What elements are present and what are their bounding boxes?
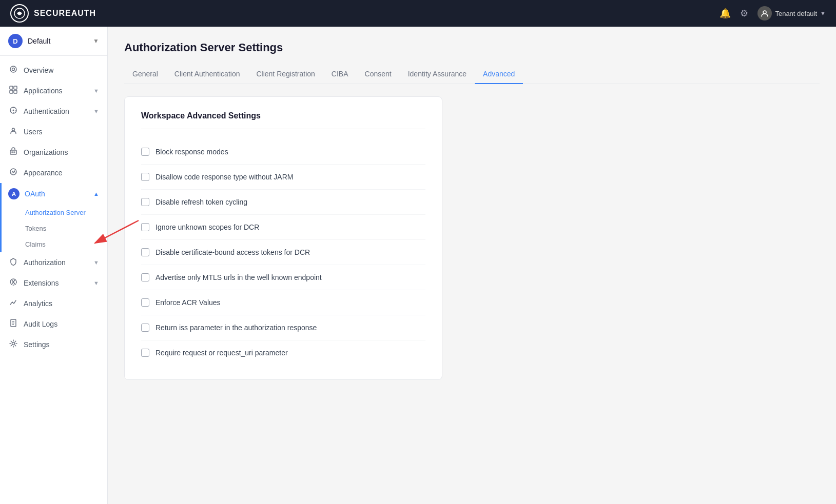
organizations-icon (8, 147, 18, 157)
sidebar-label-audit-logs: Audit Logs (24, 320, 57, 328)
sidebar-label-organizations: Organizations (24, 148, 68, 156)
tenant-selector[interactable]: D Default ▼ (0, 27, 107, 56)
label-disallow-code-response: Disallow code response type without JARM (155, 173, 293, 181)
tab-general[interactable]: General (124, 65, 166, 84)
sidebar-item-appearance[interactable]: Appearance (0, 163, 107, 183)
label-enforce-acr: Enforce ACR Values (155, 298, 221, 307)
topnav-actions: 🔔 ⚙ Tenant default ▼ (720, 6, 826, 21)
checkbox-disable-cert-bound[interactable] (141, 248, 149, 256)
svg-point-3 (12, 68, 15, 71)
applications-icon (8, 86, 18, 96)
label-disable-refresh-token: Disable refresh token cycling (155, 198, 247, 206)
sidebar-nav: Overview Applications ▼ (0, 56, 107, 504)
authorization-icon (8, 257, 18, 268)
svg-rect-15 (10, 150, 16, 154)
checkbox-return-iss[interactable] (141, 324, 149, 332)
setting-disallow-code-response: Disallow code response type without JARM (141, 165, 425, 190)
svg-point-13 (15, 110, 16, 111)
sidebar-item-extensions[interactable]: Extensions ▼ (0, 273, 107, 293)
sidebar-label-appearance: Appearance (24, 169, 63, 177)
sidebar-item-organizations[interactable]: Organizations (0, 142, 107, 163)
svg-rect-6 (10, 90, 13, 93)
nav-item-left-applications: Applications (8, 86, 63, 96)
nav-item-left-settings: Settings (8, 339, 50, 350)
label-require-request: Require request or request_uri parameter (155, 349, 288, 357)
sidebar-item-analytics[interactable]: Analytics (0, 293, 107, 314)
nav-item-left-oauth: A OAuth (8, 188, 45, 199)
label-advertise-mtls: Advertise only MTLS urls in the well kno… (155, 273, 322, 281)
nav-item-left-authorization: Authorization (8, 257, 66, 268)
sidebar-item-oauth[interactable]: A OAuth ▲ (2, 183, 107, 205)
tenant-chevron: ▼ (820, 10, 826, 16)
setting-disable-refresh-token: Disable refresh token cycling (141, 190, 425, 215)
tenant-icon: D (8, 34, 23, 48)
checkbox-disable-refresh-token[interactable] (141, 198, 149, 206)
checkbox-enforce-acr[interactable] (141, 298, 149, 307)
logo-icon (10, 4, 29, 23)
label-disable-cert-bound: Disable certificate-bound access tokens … (155, 248, 310, 256)
sidebar-item-settings[interactable]: Settings (0, 334, 107, 355)
audit-logs-icon (8, 319, 18, 329)
label-block-response-modes: Block response modes (155, 148, 228, 156)
sidebar-item-authorization[interactable]: Authorization ▼ (0, 252, 107, 273)
tenant-info: D Default (8, 34, 50, 48)
sidebar-item-oauth-section: A OAuth ▲ Authorization Server Tokens Cl… (0, 183, 107, 252)
setting-return-iss: Return iss parameter in the authorizatio… (141, 315, 425, 340)
setting-disable-cert-bound: Disable certificate-bound access tokens … (141, 240, 425, 265)
nav-item-left-appearance: Appearance (8, 168, 63, 178)
content-area: Authorization Server Settings General Cl… (108, 27, 836, 504)
page-title: Authorization Server Settings (124, 41, 820, 54)
sidebar-item-authorization-server[interactable]: Authorization Server (25, 205, 107, 220)
brand-name: SECUREAUTH (34, 9, 96, 18)
checkbox-disallow-code-response[interactable] (141, 173, 149, 181)
checkbox-ignore-unknown-scopes[interactable] (141, 223, 149, 231)
checkbox-require-request[interactable] (141, 349, 149, 357)
gear-icon[interactable]: ⚙ (740, 8, 748, 19)
svg-rect-5 (14, 86, 17, 89)
sidebar-label-oauth: OAuth (25, 190, 45, 198)
svg-point-10 (13, 107, 14, 108)
tab-identity-assurance[interactable]: Identity Assurance (400, 65, 475, 84)
top-nav: SECUREAUTH 🔔 ⚙ Tenant default ▼ (0, 0, 836, 27)
sidebar-item-audit-logs[interactable]: Audit Logs (0, 314, 107, 334)
tab-client-auth[interactable]: Client Authentication (166, 65, 248, 84)
svg-rect-17 (14, 152, 15, 153)
user-menu[interactable]: Tenant default ▼ (757, 6, 826, 21)
svg-point-9 (13, 110, 14, 111)
sidebar-label-authentication: Authentication (24, 107, 69, 115)
tab-client-reg[interactable]: Client Registration (248, 65, 323, 84)
svg-point-2 (10, 66, 16, 72)
brand-area: SECUREAUTH (10, 4, 96, 23)
sidebar-label-extensions: Extensions (24, 279, 59, 287)
label-ignore-unknown-scopes: Ignore unknown scopes for DCR (155, 223, 259, 231)
settings-icon (8, 339, 18, 350)
users-icon (8, 127, 18, 137)
sidebar-item-applications[interactable]: Applications ▼ (0, 80, 107, 101)
sidebar-item-authentication[interactable]: Authentication ▼ (0, 101, 107, 122)
authentication-icon (8, 106, 18, 116)
sidebar-label-settings: Settings (24, 340, 50, 349)
checkbox-advertise-mtls[interactable] (141, 273, 149, 281)
sidebar-item-overview[interactable]: Overview (0, 60, 107, 80)
extensions-chevron-icon: ▼ (93, 280, 99, 286)
sidebar-item-tokens[interactable]: Tokens (25, 220, 107, 236)
nav-item-left-auth: Authentication (8, 106, 69, 116)
nav-item-left-audit: Audit Logs (8, 319, 57, 329)
setting-block-response-modes: Block response modes (141, 139, 425, 165)
checkbox-block-response-modes[interactable] (141, 148, 149, 156)
tab-ciba[interactable]: CIBA (323, 65, 357, 84)
bell-icon[interactable]: 🔔 (720, 8, 731, 19)
sidebar-item-users[interactable]: Users (0, 122, 107, 142)
oauth-icon: A (8, 188, 20, 199)
tab-consent[interactable]: Consent (357, 65, 400, 84)
nav-item-left-users: Users (8, 127, 43, 137)
sidebar-label-overview: Overview (24, 66, 53, 74)
sidebar-item-claims[interactable]: Claims (25, 236, 107, 252)
nav-item-left-analytics: Analytics (8, 298, 52, 309)
sidebar: D Default ▼ Overview (0, 27, 108, 504)
nav-item-left-organizations: Organizations (8, 147, 68, 157)
svg-point-11 (13, 112, 14, 113)
tenant-chevron-icon: ▼ (93, 37, 99, 45)
analytics-icon (8, 298, 18, 309)
tab-advanced[interactable]: Advanced (475, 65, 523, 84)
